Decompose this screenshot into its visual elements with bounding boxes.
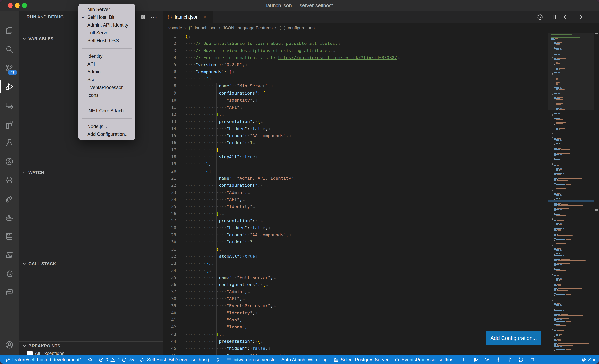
minimap-line [556,170,560,171]
minimap-line [554,132,560,133]
minimap-line [552,73,553,74]
step-out-button[interactable] [507,357,513,363]
activity-docker-icon[interactable] [0,208,19,227]
menu-item-admin-api-identity[interactable]: Admin, API, Identity [78,21,135,29]
activity-windows-explorer-icon[interactable] [0,283,19,302]
ellipsis-button[interactable] [590,14,596,20]
add-configuration-button[interactable]: Add Configuration... [486,331,541,346]
minimap-line [554,222,561,222]
statusbar-item-debug-controls[interactable] [462,357,535,363]
restart-button[interactable] [518,357,524,363]
activity-test-beaker-icon[interactable] [0,133,19,152]
code-area[interactable]: 1{↓2····// Use IntelliSense to learn abo… [163,33,548,355]
minimap-line [554,76,562,76]
json-file-icon: {} [167,14,173,20]
minimap-line [554,238,557,239]
minimap-line [554,327,554,327]
minimap-line [554,217,554,218]
activity-storage-icon[interactable] [0,227,19,246]
minimap-line [554,145,564,146]
step-into-button[interactable] [495,357,501,363]
step-into-icon [495,357,501,363]
section-watch[interactable]: WATCH [19,168,163,177]
remote-explorer-icon [5,101,14,110]
sidebar-more-actions-icon[interactable]: ⋯ [150,11,157,23]
menu-item-api[interactable]: API [78,60,135,68]
activity-live-share-icon[interactable] [0,190,19,208]
menu-item-node-js[interactable]: Node.js... [78,123,135,130]
statusbar-item-bitwardenserversln[interactable]: bitwarden-server.sln [226,357,275,363]
storage-icon [5,232,14,241]
statusbar-item[interactable] [87,357,93,363]
debug-settings-gear-icon[interactable] [140,14,146,20]
statusbar-item[interactable] [215,357,220,363]
close-tab-icon[interactable]: × [203,14,206,20]
menu-item-admin[interactable]: Admin [78,68,135,76]
arrow-right-button[interactable] [576,14,583,20]
menu-item-self-host-bit[interactable]: ✓Self Host: Bit [78,13,135,21]
split-editor-button[interactable] [550,14,556,20]
section-call-stack[interactable]: CALL STACK [19,259,163,268]
breadcrumb-item[interactable]: .vscode [167,25,182,30]
activity-postgresql-icon[interactable] [0,265,19,283]
code-line: 7········{↓ [163,75,211,82]
minimap-line [556,270,566,271]
activity-circle-branch-icon[interactable] [0,152,19,171]
continue-button[interactable] [473,357,479,363]
statusbar-item-select[interactable]: Select Postgres Server [334,357,388,363]
step-over-button[interactable] [484,357,490,363]
minimap-line [556,128,565,129]
tab-launch-json[interactable]: {} launch.json × [163,11,213,23]
minimap-line [554,303,560,303]
minimap-line [556,308,560,309]
minimap-line [556,63,560,64]
minimap-line [552,41,553,41]
menu-item-full-server[interactable]: Full Server [78,29,135,37]
menu-item-net-core-attach[interactable]: .NET Core Attach [78,107,135,115]
extensions-icon [5,120,14,129]
menu-item-identity[interactable]: Identity [78,52,135,60]
activity-account-icon[interactable] [0,336,19,354]
minimap-line [554,275,559,276]
activity-run-debug-icon[interactable] [0,77,19,96]
statusbar-item-problems[interactable]: 0475 [98,357,134,363]
statusbar-item-featureselfhosteddevelopment[interactable]: feature/self-hosted-development* [5,357,81,363]
menu-item-sso[interactable]: Sso [78,76,135,83]
activity-extensions-icon[interactable] [0,115,19,133]
arrow-left-button[interactable] [563,14,570,20]
activity-powershell-icon[interactable] [0,246,19,265]
statusbar-item-eventsprocessorselfhost[interactable]: EventsProcessor-selfhost [394,357,455,363]
code-line: 42················"Icons",↓ [163,323,250,331]
line-number: 28 [163,224,176,231]
menu-item-eventsprocessor[interactable]: EventsProcessor [78,83,135,91]
minimap-line [554,59,561,60]
activity-files-icon[interactable] [0,21,19,40]
minimap-line [552,114,553,115]
pause-button[interactable] [462,357,467,363]
minimap-line [554,318,569,319]
activity-remote-explorer-icon[interactable] [0,96,19,115]
stop-button[interactable] [529,357,535,363]
statusbar-item-auto[interactable]: Auto Attach: With Flag [281,357,327,363]
breadcrumb-separator: › [275,25,276,31]
history-button[interactable] [537,14,543,20]
breadcrumb-item[interactable]: [ ]configurations [279,25,315,30]
statusbar-item-spell[interactable]: Spell [581,355,599,364]
menu-item-self-host-oss[interactable]: Self Host: OSS [78,37,135,44]
menu-item-add-configuration[interactable]: Add Configuration... [78,130,135,138]
breadcrumb-item[interactable]: {}launch.json [188,25,217,30]
statusbar-item-self[interactable]: Self Host: Bit (server-selfhost) [140,357,209,363]
minimap-line [554,264,562,265]
minimap-line [554,173,564,174]
activity-search-icon[interactable] [0,40,19,59]
info-icon [122,357,127,363]
breadcrumb-item[interactable]: JSON Language Features [223,25,273,30]
minimap-line [556,142,562,142]
minimap[interactable] [548,33,594,355]
overview-ruler[interactable] [594,33,599,355]
activity-source-control-icon[interactable]: 47 [0,59,19,77]
activity-braces-extension-icon[interactable] [0,171,19,190]
menu-item-icons[interactable]: Icons [78,91,135,99]
line-number: 33 [163,260,176,267]
menu-item-min-server[interactable]: Min Server [78,5,135,13]
